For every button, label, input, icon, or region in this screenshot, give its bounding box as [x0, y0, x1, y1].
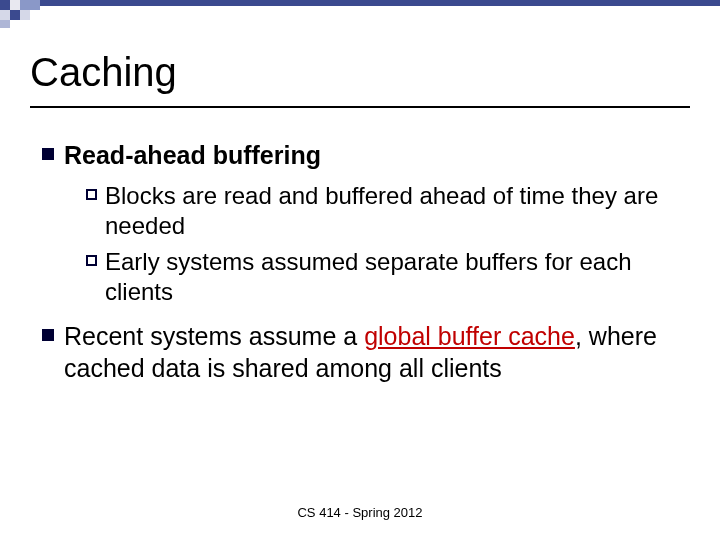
- square-bullet-icon: [42, 329, 54, 341]
- svg-rect-3: [40, 0, 720, 6]
- svg-rect-4: [0, 10, 10, 20]
- slide-body: Read-ahead buffering Blocks are read and…: [42, 140, 684, 398]
- slide-title: Caching: [30, 50, 177, 95]
- svg-rect-0: [0, 0, 10, 10]
- bullet-2: Recent systems assume a global buffer ca…: [42, 321, 684, 384]
- subbullet-1-text: Blocks are read and buffered ahead of ti…: [105, 181, 684, 241]
- title-rule: [30, 106, 690, 108]
- bullet-1-heading: Read-ahead buffering: [64, 140, 321, 171]
- square-bullet-icon: [42, 148, 54, 160]
- subbullet-2-text: Early systems assumed separate buffers f…: [105, 247, 684, 307]
- hollow-square-icon: [86, 189, 97, 200]
- emphasis-text: global buffer cache: [364, 322, 575, 350]
- hollow-square-icon: [86, 255, 97, 266]
- slide-footer: CS 414 - Spring 2012: [0, 505, 720, 520]
- svg-rect-6: [20, 10, 30, 20]
- bullet-2-text: Recent systems assume a global buffer ca…: [64, 321, 684, 384]
- svg-rect-7: [0, 20, 10, 28]
- subbullet-1: Blocks are read and buffered ahead of ti…: [86, 181, 684, 241]
- svg-rect-2: [20, 0, 40, 10]
- bullet-1: Read-ahead buffering Blocks are read and…: [42, 140, 684, 307]
- svg-rect-1: [10, 0, 20, 10]
- corner-decoration: [0, 0, 720, 30]
- subbullet-2: Early systems assumed separate buffers f…: [86, 247, 684, 307]
- svg-rect-5: [10, 10, 20, 20]
